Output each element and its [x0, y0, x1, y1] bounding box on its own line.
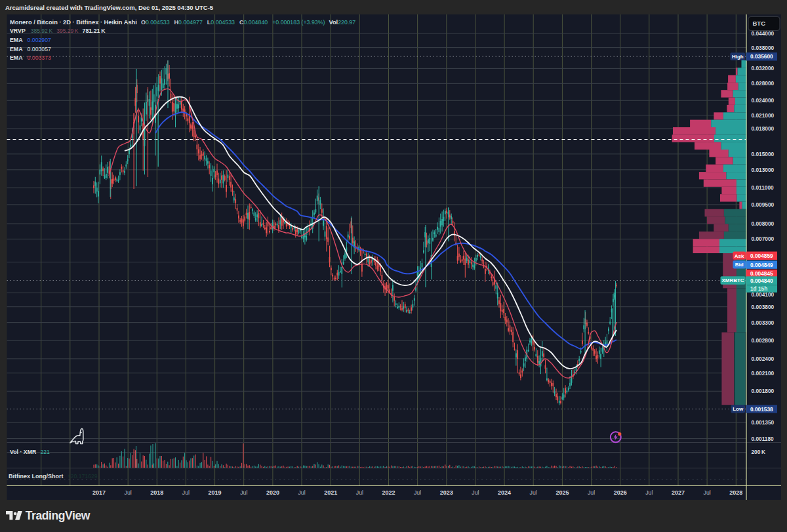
- svg-text:200 K: 200 K: [752, 449, 766, 455]
- svg-text:0.002100: 0.002100: [752, 370, 775, 377]
- svg-text:2023: 2023: [440, 489, 453, 496]
- svg-text:0.013000: 0.013000: [752, 167, 775, 173]
- svg-text:2020: 2020: [266, 489, 279, 496]
- svg-text:0.003800: 0.003800: [752, 304, 775, 310]
- svg-text:EMA0.002907: EMA0.002907: [10, 37, 51, 43]
- svg-text:Jul: Jul: [298, 489, 305, 496]
- svg-text:High: High: [732, 54, 744, 60]
- svg-text:2025: 2025: [555, 489, 569, 496]
- svg-text:BTC: BTC: [753, 20, 766, 27]
- svg-text:0.015000: 0.015000: [752, 151, 775, 157]
- svg-text:0.002800: 0.002800: [752, 337, 775, 344]
- svg-text:0.001350: 0.001350: [752, 419, 775, 426]
- svg-text:Jul: Jul: [125, 489, 132, 496]
- svg-text:0.001538: 0.001538: [750, 406, 773, 413]
- svg-text:TradingView: TradingView: [26, 509, 91, 522]
- svg-text:0.004845: 0.004845: [750, 270, 773, 277]
- svg-text:0.004859: 0.004859: [750, 253, 773, 259]
- svg-text:0.003300: 0.003300: [752, 319, 775, 326]
- svg-text:2027: 2027: [672, 489, 685, 496]
- svg-text:Jul: Jul: [182, 489, 190, 496]
- svg-text:Ask: Ask: [735, 253, 744, 259]
- svg-text:Jul: Jul: [588, 489, 595, 496]
- svg-text:2019: 2019: [209, 489, 222, 496]
- svg-text:0.004840: 0.004840: [750, 277, 773, 284]
- svg-text:Low: Low: [733, 406, 744, 412]
- svg-text:0.008000: 0.008000: [752, 220, 775, 227]
- svg-text:Jul: Jul: [356, 489, 363, 496]
- svg-text:Jul: Jul: [704, 489, 711, 496]
- svg-text:0.007000: 0.007000: [752, 235, 775, 242]
- svg-text:EMA0.003057: EMA0.003057: [10, 46, 51, 52]
- svg-text:Jul: Jul: [414, 489, 421, 496]
- svg-text:Jul: Jul: [472, 489, 479, 496]
- svg-text:Bitfinex Long/Short+20.171629: Bitfinex Long/Short+20.171629: [9, 473, 98, 480]
- svg-text:2017: 2017: [92, 489, 106, 496]
- svg-text:Monero / Bitcoin · 2D · Bitfin: Monero / Bitcoin · 2D · Bitfinex · Heiki…: [10, 19, 355, 26]
- svg-text:0.011000: 0.011000: [752, 184, 775, 191]
- svg-text:0.001180: 0.001180: [752, 436, 775, 442]
- svg-text:Vol · XMR221: Vol · XMR221: [10, 449, 50, 455]
- svg-text:0.032000: 0.032000: [752, 65, 775, 72]
- svg-text:0.028000: 0.028000: [752, 80, 775, 87]
- svg-text:2018: 2018: [150, 489, 163, 496]
- svg-text:0.038000: 0.038000: [752, 45, 775, 51]
- svg-text:Jul: Jul: [240, 489, 247, 496]
- svg-text:Jul: Jul: [645, 489, 653, 496]
- svg-text:0.044000: 0.044000: [752, 30, 775, 37]
- svg-text:VRVP385.92 K395.29 K781.21 K: VRVP385.92 K395.29 K781.21 K: [10, 28, 106, 34]
- svg-text:0.035600: 0.035600: [750, 53, 773, 60]
- svg-text:2021: 2021: [324, 489, 337, 496]
- svg-text:2028: 2028: [729, 489, 742, 496]
- svg-text:Arcamidsreal created with Trad: Arcamidsreal created with TradingView.co…: [5, 4, 214, 11]
- svg-text:0.018000: 0.018000: [752, 125, 775, 132]
- svg-text:2024: 2024: [498, 489, 511, 496]
- svg-text:2022: 2022: [382, 489, 395, 496]
- svg-text:Jul: Jul: [530, 489, 537, 496]
- svg-text:EMA0.003373: EMA0.003373: [10, 54, 51, 61]
- svg-text:XMRBTC: XMRBTC: [721, 277, 744, 283]
- svg-text:0.024000: 0.024000: [752, 97, 775, 104]
- svg-text:0.001800: 0.001800: [752, 388, 775, 394]
- svg-text:0.004849: 0.004849: [750, 262, 773, 268]
- svg-text:Bid: Bid: [735, 262, 744, 268]
- svg-text:0.021000: 0.021000: [752, 112, 775, 119]
- svg-text:0.002400: 0.002400: [752, 356, 775, 362]
- svg-text:2026: 2026: [614, 489, 627, 496]
- svg-text:0.009500: 0.009500: [752, 201, 775, 208]
- svg-text:1d 15h: 1d 15h: [750, 285, 767, 292]
